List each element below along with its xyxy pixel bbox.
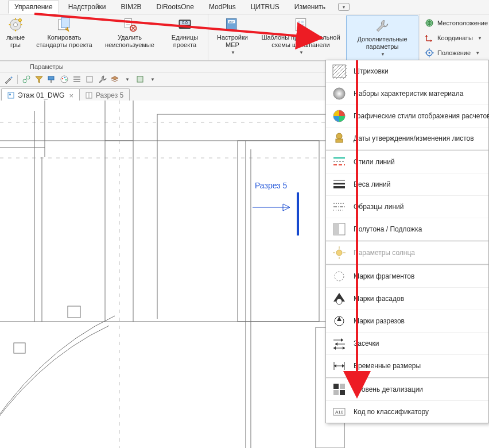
hatch-icon: [332, 64, 347, 79]
svg-rect-72: [336, 139, 343, 142]
button-label: Шаблоны принципиальнойсхемы щита/панели: [261, 34, 340, 49]
qat-btn[interactable]: [3, 74, 14, 84]
qat-separator: [17, 75, 18, 84]
project-units-button[interactable]: 0.0 Единицыпроекта: [162, 14, 208, 61]
svg-rect-108: [333, 390, 339, 395]
location-button[interactable]: Местоположение: [421, 16, 489, 30]
line-patterns-icon: [332, 199, 347, 214]
button-label: Удалитьнеиспользуемые: [105, 34, 154, 49]
svg-marker-2: [14, 18, 17, 20]
qat-btn[interactable]: [21, 74, 32, 84]
qat-btn[interactable]: [84, 74, 95, 84]
svg-marker-3: [14, 30, 17, 32]
plan-view-icon: [7, 92, 14, 99]
qat-btn[interactable]: [135, 74, 145, 84]
svg-point-35: [61, 76, 68, 83]
assembly-code-icon: A10: [332, 404, 347, 419]
doc-tab-active[interactable]: Этаж 01_DWG ×: [1, 88, 80, 102]
svg-point-37: [64, 77, 65, 78]
svg-rect-33: [48, 76, 54, 80]
menu-item-label: Уровень детализации: [354, 385, 423, 393]
button-label: Единицыпроекта: [172, 34, 198, 49]
svg-rect-23: [298, 21, 300, 23]
menu-item-material-assets[interactable]: Наборы характеристик материала: [326, 83, 488, 105]
ribbon-tab[interactable]: Изменить: [289, 1, 331, 13]
purge-button[interactable]: Удалитьнеиспользуемые: [98, 14, 162, 61]
svg-rect-26: [301, 24, 304, 26]
menu-item-detail-level[interactable]: Уровень детализации: [326, 379, 488, 401]
menu-item-callout-tags[interactable]: Марки фрагментов: [326, 265, 488, 288]
additional-parameters-button[interactable]: Дополнительныепараметры▼: [346, 16, 418, 61]
menu-item-label: Марки фасадов: [354, 295, 404, 303]
menu-item-label: Параметры солнца: [354, 249, 415, 257]
menu-item-line-patterns[interactable]: Образцы линий: [326, 196, 488, 218]
menu-item-label: Засечки: [354, 339, 379, 347]
menu-item-arrowheads[interactable]: Засечки: [326, 333, 488, 355]
svg-rect-24: [301, 21, 304, 23]
chevron-down-icon: ▼: [475, 51, 480, 56]
menu-item-assembly-code[interactable]: A10 Код по классификатору: [326, 401, 488, 423]
additional-parameters-menu: Штриховки Наборы характеристик материала…: [325, 60, 489, 423]
svg-marker-99: [343, 346, 345, 350]
menu-item-label: Графические стили отображения расчетов: [354, 112, 489, 120]
ribbon-collapse-toggle[interactable]: ▾: [338, 3, 350, 11]
panel-mep: MEP НастройкиMEP▼ Шаблоны принципиальной…: [208, 14, 420, 60]
svg-rect-22: [296, 19, 306, 31]
menu-item-label: Стили линий: [354, 158, 395, 166]
menu-item-label: Полутона / Подложка: [354, 225, 422, 233]
row-label: Положение: [437, 49, 471, 56]
menu-item-temp-dimensions[interactable]: Временные размеры: [326, 355, 488, 377]
menu-item-line-weights[interactable]: Веса линий: [326, 173, 488, 196]
qat-btn[interactable]: [34, 74, 44, 84]
menu-item-elevation-tags[interactable]: Марки фасадов: [326, 288, 488, 310]
menu-item-sheet-dates[interactable]: Даты утверждения/изменения листов: [326, 128, 488, 150]
panel-templates-button[interactable]: Шаблоны принципиальнойсхемы щита/панели▼: [257, 14, 345, 61]
qat-btn[interactable]: [110, 74, 120, 84]
row-label: Координаты: [437, 34, 473, 41]
close-icon[interactable]: ×: [69, 91, 73, 100]
palette-icon: [60, 75, 69, 84]
doc-tab[interactable]: Разрез 5: [79, 88, 130, 102]
menu-item-label: Штриховки: [354, 67, 389, 75]
menu-item-halftone[interactable]: Полутона / Подложка: [326, 218, 488, 241]
qat-dropdown[interactable]: ▼: [148, 74, 158, 84]
qat-btn[interactable]: [46, 74, 57, 84]
menu-item-analysis-styles[interactable]: Графические стили отображения расчетов: [326, 105, 488, 128]
svg-point-6: [18, 19, 21, 22]
svg-point-91: [336, 299, 342, 304]
svg-marker-100: [333, 346, 336, 350]
ribbon-tab[interactable]: ЦИTRUS: [245, 1, 285, 13]
ribbon-tab[interactable]: Надстройки: [63, 1, 112, 13]
mep-settings-button[interactable]: MEP НастройкиMEP▼: [208, 14, 257, 61]
qat-btn[interactable]: [59, 74, 69, 84]
chevron-down-icon: ▼: [125, 77, 130, 82]
position-button[interactable]: Положение▼: [421, 46, 489, 60]
chevron-down-icon: ▼: [231, 49, 235, 56]
partial-button-left[interactable]: льныегры: [0, 14, 31, 61]
section-view-icon: [86, 92, 92, 99]
svg-rect-107: [340, 384, 345, 389]
menu-item-line-styles[interactable]: Стили линий: [326, 151, 488, 173]
ribbon-tab[interactable]: ModPlus: [203, 1, 242, 13]
qat-dropdown[interactable]: ▼: [122, 74, 133, 84]
ribbon-tab[interactable]: Управление: [8, 1, 59, 14]
qat-btn[interactable]: [97, 74, 107, 84]
svg-rect-40: [137, 76, 143, 82]
axes-icon: [425, 33, 434, 43]
qat-btn[interactable]: [72, 74, 82, 84]
coordinates-button[interactable]: Координаты▼: [421, 31, 489, 45]
ribbon-tabstrip: Управление Надстройки BIM2B DiRootsOne M…: [0, 0, 489, 14]
button-label: Дополнительныепараметры: [357, 36, 407, 51]
svg-rect-42: [9, 94, 11, 95]
copy-standards-button[interactable]: Копироватьстандарты проекта: [31, 14, 98, 61]
svg-point-71: [336, 133, 342, 139]
svg-point-84: [336, 250, 342, 256]
menu-item-section-tags[interactable]: Марки разрезов: [326, 310, 488, 333]
units-icon: 0.0: [177, 17, 193, 33]
ribbon-tab[interactable]: DiRootsOne: [151, 1, 200, 13]
ribbon-tab[interactable]: BIM2B: [115, 1, 148, 13]
menu-item-hatches[interactable]: Штриховки: [326, 60, 488, 83]
svg-rect-83: [333, 223, 339, 235]
svg-text:A10: A10: [335, 410, 344, 415]
panel-location: Местоположение Координаты▼ Положение▼ ко: [420, 14, 489, 60]
